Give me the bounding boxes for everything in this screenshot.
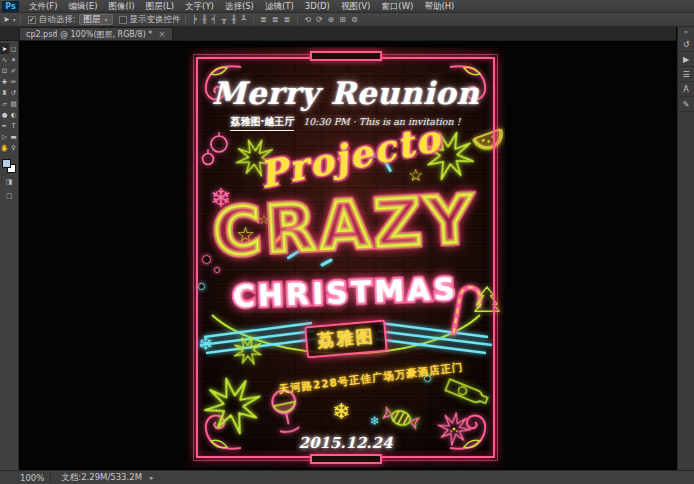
status-bar: 100% 文档:2.29M/533.2M ▸ — [0, 470, 694, 484]
align-center-v-icon[interactable]: ╫ — [229, 15, 239, 24]
clone-stamp-tool[interactable]: ♜ — [0, 87, 9, 98]
pen-tool[interactable]: ✒ — [0, 120, 9, 131]
big-word-outline-yellow: CRAZY — [186, 177, 505, 276]
healing-brush-tool[interactable]: ✚ — [0, 76, 9, 87]
poster-subtitle-row: 荔雅图·越王厅 10:30 PM · This is an invitation… — [186, 115, 505, 131]
menu-bar: Ps 文件(F) 编辑(E) 图像(I) 图层(L) 文字(Y) 选择(S) 滤… — [0, 0, 694, 13]
blur-tool[interactable]: ● — [0, 109, 9, 120]
poster-date: 2015.12.24 — [186, 434, 505, 452]
align-left-icon[interactable]: ╞ — [190, 15, 200, 24]
shape-tool[interactable]: ▬ — [9, 131, 18, 142]
align-top-icon[interactable]: ╥ — [219, 15, 229, 24]
auto-select-dropdown[interactable]: 图层 ▾ — [79, 14, 113, 25]
hand-tool[interactable]: ✋ — [0, 142, 9, 153]
type-tool[interactable]: T — [9, 120, 18, 131]
menu-3d[interactable]: 3D(D) — [300, 0, 335, 13]
frame-bottom-notch — [310, 454, 382, 464]
poster-big-word: CRAZY CRAZY CRAZY — [186, 177, 505, 280]
zoom-tool[interactable]: ⚲ — [9, 142, 18, 153]
distribute-h-icon[interactable]: ≣ — [269, 15, 281, 24]
align-right-icon[interactable]: ╡ — [209, 15, 219, 24]
frame-top-notch — [310, 51, 382, 61]
show-transform-label: 显示变换控件 — [130, 14, 181, 26]
tool-preset-caret-icon[interactable]: ▾ — [13, 16, 16, 23]
screen-mode-icon[interactable]: ▢ — [6, 191, 13, 201]
poster-venue: 荔雅图·越王厅 — [230, 115, 294, 131]
ps-logo: Ps — [2, 1, 19, 12]
distribute-v-icon[interactable]: ≣ — [258, 15, 270, 24]
move-tool[interactable]: ➤ — [0, 43, 9, 54]
3d-slide-icon[interactable]: ⊞ — [337, 15, 349, 24]
menu-type[interactable]: 文字(Y) — [180, 0, 219, 13]
distribute-center-icon[interactable]: ≣ — [281, 15, 293, 24]
3d-scale-icon[interactable]: ⊚ — [349, 15, 361, 24]
poster-badge-text: 荔雅图 — [316, 326, 375, 351]
canvas-area[interactable]: Merry Reunion 荔雅图·越王厅 10:30 PM · This is… — [19, 41, 677, 470]
history-brush-tool[interactable]: ↺ — [9, 87, 18, 98]
poster-title: Merry Reunion — [186, 75, 505, 111]
crop-tool[interactable]: ⊡ — [0, 65, 9, 76]
eraser-tool[interactable]: ▱ — [0, 98, 9, 109]
move-tool-icon: ➤ — [0, 15, 13, 24]
marquee-tool[interactable]: ◻ — [9, 43, 18, 54]
gradient-tool[interactable]: ▨ — [9, 98, 18, 109]
magic-wand-tool[interactable]: ✶ — [9, 54, 18, 65]
zoom-level[interactable]: 100% — [20, 473, 51, 483]
document-tab-title: cp2.psd @ 100%(图层, RGB/8) * — [26, 29, 152, 40]
photoshop-window: Ps 文件(F) 编辑(E) 图像(I) 图层(L) 文字(Y) 选择(S) 滤… — [0, 0, 694, 484]
status-options-caret-icon[interactable]: ▸ — [150, 474, 154, 482]
3d-drag-icon[interactable]: ⊕ — [325, 15, 337, 24]
document-tab[interactable]: cp2.psd @ 100%(图层, RGB/8) * × — [19, 27, 173, 40]
menu-filter[interactable]: 滤镜(T) — [260, 0, 299, 13]
expand-panels-icon[interactable]: « — [684, 27, 688, 37]
menu-window[interactable]: 窗口(W) — [376, 0, 418, 13]
document-size: 文档:2.29M/533.2M — [61, 472, 142, 484]
menu-view[interactable]: 视图(V) — [336, 0, 375, 13]
eyedropper-tool[interactable]: ✐ — [9, 65, 18, 76]
brush-panel[interactable]: ✎ — [678, 97, 694, 112]
poster-document[interactable]: Merry Reunion 荔雅图·越王厅 10:30 PM · This is… — [186, 47, 505, 468]
auto-select-value: 图层 — [84, 14, 101, 26]
menu-file[interactable]: 文件(F) — [24, 0, 63, 13]
color-swatches[interactable] — [2, 159, 16, 173]
menu-help[interactable]: 帮助(H) — [419, 0, 459, 13]
brush-tool[interactable]: ✏ — [9, 76, 18, 87]
align-bottom-icon[interactable]: ╨ — [239, 15, 249, 24]
tools-panel: ➤ ◻ ∿ ✶ ⊡ ✐ ✚ ✏ ♜ ↺ ▱ ▨ ● ◐ ✒ T ▷ ▬ ✋ ⚲ … — [0, 41, 19, 470]
character-styles-panel[interactable]: A — [678, 82, 694, 97]
dropdown-caret-icon: ▾ — [105, 16, 108, 23]
3d-rotate-icon[interactable]: ⟲ — [302, 15, 314, 24]
menu-layer[interactable]: 图层(L) — [141, 0, 179, 13]
tool-options-bar: ➤ ▾ ✓ 自动选择: 图层 ▾ 显示变换控件 ╞ ╫ ╡ ╥ ╫ ╨ ≣ ≣ … — [0, 13, 694, 27]
character-panel[interactable]: ☰ — [678, 67, 694, 82]
menu-select[interactable]: 选择(S) — [220, 0, 259, 13]
lasso-tool[interactable]: ∿ — [0, 54, 9, 65]
align-center-h-icon[interactable]: ╫ — [199, 15, 209, 24]
history-panel[interactable]: ↺ — [678, 37, 694, 52]
3d-roll-icon[interactable]: ⟳ — [313, 15, 325, 24]
document-tab-bar: cp2.psd @ 100%(图层, RGB/8) * × — [0, 27, 676, 41]
menu-edit[interactable]: 编辑(E) — [64, 0, 103, 13]
actions-panel[interactable]: ▶ — [678, 52, 694, 67]
panel-dock-collapsed: « ↺ ▶ ☰ A ✎ — [677, 27, 694, 470]
dodge-tool[interactable]: ◐ — [9, 109, 18, 120]
auto-select-checkbox[interactable]: ✓ — [28, 16, 36, 24]
auto-select-label: 自动选择: — [39, 14, 76, 26]
path-selection-tool[interactable]: ▷ — [0, 131, 9, 142]
foreground-color-swatch[interactable] — [2, 159, 11, 168]
quick-mask-icon[interactable]: ◨ — [6, 177, 13, 187]
menu-image[interactable]: 图像(I) — [104, 0, 140, 13]
tab-close-icon[interactable]: × — [158, 29, 166, 39]
show-transform-checkbox[interactable] — [119, 16, 127, 24]
